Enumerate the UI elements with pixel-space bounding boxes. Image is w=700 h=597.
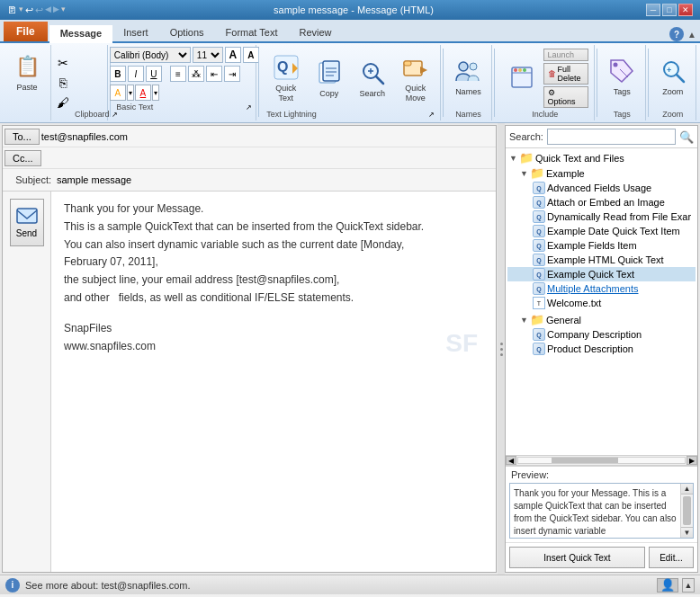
tree-item-example-date[interactable]: Q Example Date Quick Text Item xyxy=(507,224,696,238)
increase-indent-button[interactable]: ⇥ xyxy=(224,66,240,82)
italic-button[interactable]: I xyxy=(128,66,144,82)
full-delete-button[interactable]: 🗑 Full Delete xyxy=(543,63,589,85)
search-tl-button[interactable]: Search xyxy=(353,49,392,108)
preview-scroll-down[interactable]: ▼ xyxy=(681,527,693,538)
cut-button[interactable]: ✂ xyxy=(53,54,73,72)
close-button[interactable]: ✕ xyxy=(678,4,693,16)
person-icon-button[interactable]: 👤 xyxy=(657,578,678,593)
format-painter-button[interactable]: 🖌 xyxy=(53,94,73,111)
search-label: Search: xyxy=(509,131,543,142)
shrink-font-button[interactable]: A xyxy=(243,47,259,63)
insert-quick-text-button[interactable]: Insert Quick Text xyxy=(509,547,645,568)
clipboard-group: 📋 Paste ✂ ⎘ 🖌 Clipboard ↗ xyxy=(4,45,108,120)
preview-scroll-thumb xyxy=(683,496,691,525)
main-content: To... Cc... Subject: xyxy=(0,123,700,575)
svg-point-20 xyxy=(518,68,522,72)
zoom-button[interactable]: + Zoom xyxy=(653,47,693,106)
status-arrow-button[interactable]: ▲ xyxy=(682,578,695,593)
search-input[interactable] xyxy=(547,129,676,145)
names-button[interactable]: Names xyxy=(448,47,488,106)
tree-item-attach-image[interactable]: Q Attach or Embed an Image xyxy=(507,195,696,209)
tab-format-text[interactable]: Format Text xyxy=(215,23,289,41)
highlight-color-button[interactable]: A xyxy=(110,85,126,101)
send-label: Send xyxy=(16,228,37,238)
scroll-right-button[interactable]: ▶ xyxy=(687,456,697,465)
tree-item-welcome[interactable]: T Welcome.txt xyxy=(507,296,696,310)
collapse-ribbon-button[interactable]: ▲ xyxy=(687,30,696,40)
highlight-dropdown[interactable]: ▾ xyxy=(127,85,134,101)
cc-row: Cc... xyxy=(3,147,496,169)
qt-icon-4: Q xyxy=(533,225,545,237)
tree-general-folder[interactable]: ▼ 📁 General xyxy=(507,312,696,327)
svg-text:+: + xyxy=(667,66,671,75)
include-button[interactable] xyxy=(502,49,542,108)
tree-item-multiple-attach[interactable]: Q Multiple Attachments xyxy=(507,281,696,296)
basic-text-expander[interactable]: ↗ xyxy=(246,103,252,111)
launch-button[interactable]: Launch xyxy=(543,49,589,61)
tab-insert[interactable]: Insert xyxy=(112,23,159,41)
search-icon[interactable]: 🔍 xyxy=(679,130,694,144)
text-lightning-group: Q QuickText Copy xyxy=(261,45,441,120)
cc-input[interactable] xyxy=(43,153,496,164)
subject-input[interactable] xyxy=(57,174,496,185)
status-info-icon: i xyxy=(5,578,20,593)
tags-button[interactable]: Tags xyxy=(602,47,642,106)
preview-scroll-up[interactable]: ▲ xyxy=(681,484,693,495)
names-icon xyxy=(453,57,482,85)
font-name-select[interactable]: Calibri (Body) xyxy=(110,47,191,63)
tree-item-dynamic-read[interactable]: Q Dynamically Read from File Exar xyxy=(507,209,696,224)
copy-tl-button[interactable]: Copy xyxy=(310,49,349,108)
message-body[interactable]: Thank you for your Message. This is a sa… xyxy=(51,192,496,572)
tree-item-html-quick[interactable]: Q Example HTML Quick Text xyxy=(507,253,696,267)
tab-review[interactable]: Review xyxy=(288,23,342,41)
cc-button[interactable]: Cc... xyxy=(4,150,41,166)
tab-file[interactable]: File xyxy=(4,22,48,41)
scroll-thumb[interactable] xyxy=(552,458,618,463)
basic-text-group: Calibri (Body) 11 A A B I U ≡ ⁂ ⇤ ⇥ xyxy=(112,45,256,120)
maximize-button[interactable]: □ xyxy=(662,4,677,16)
to-button[interactable]: To... xyxy=(4,129,40,145)
help-button[interactable]: ? xyxy=(669,27,684,41)
body-area: Send Thank you for your Message. This is… xyxy=(3,192,496,572)
tab-message[interactable]: Message xyxy=(49,25,112,43)
tree-example-folder[interactable]: ▼ 📁 Example xyxy=(507,165,696,181)
grow-font-button[interactable]: A xyxy=(225,47,241,63)
quick-text-button[interactable]: Q QuickText xyxy=(266,49,306,108)
general-expand-icon: ▼ xyxy=(520,316,528,325)
item-attach-image-label: Attach or Embed an Image xyxy=(547,197,665,208)
bullets-button[interactable]: ≡ xyxy=(170,66,186,82)
root-expand-icon: ▼ xyxy=(509,154,517,163)
options-button[interactable]: ⚙ Options xyxy=(543,86,589,108)
item-html-quick-label: Example HTML Quick Text xyxy=(547,254,664,265)
scroll-left-button[interactable]: ◀ xyxy=(506,456,516,465)
quick-move-button[interactable]: QuickMove xyxy=(396,49,435,108)
quick-text-icon: Q xyxy=(272,53,301,82)
bold-button[interactable]: B xyxy=(110,66,126,82)
send-button[interactable]: Send xyxy=(10,199,44,246)
decrease-indent-button[interactable]: ⇤ xyxy=(206,66,222,82)
text-color-dropdown[interactable]: ▾ xyxy=(152,85,159,101)
tab-options[interactable]: Options xyxy=(159,23,215,41)
tree-item-company[interactable]: Q Company Description xyxy=(507,327,696,342)
edit-button[interactable]: Edit... xyxy=(649,547,694,568)
quick-move-label: QuickMove xyxy=(405,84,426,103)
preview-scrollbar[interactable]: ▲ ▼ xyxy=(680,484,693,538)
paste-button[interactable]: 📋 Paste xyxy=(7,45,47,99)
vertical-separator xyxy=(498,123,505,575)
copy-tl-label: Copy xyxy=(319,89,338,99)
to-input[interactable] xyxy=(41,131,496,142)
text-color-button[interactable]: A xyxy=(135,85,151,101)
tree-item-fields-item[interactable]: Q Example Fields Item xyxy=(507,238,696,253)
underline-button[interactable]: U xyxy=(146,66,162,82)
numbering-button[interactable]: ⁂ xyxy=(188,66,204,82)
tree-item-advanced-fields[interactable]: Q Advanced Fields Usage xyxy=(507,181,696,195)
tree-scrollbar[interactable]: ◀ ▶ xyxy=(506,455,697,466)
minimize-button[interactable]: ─ xyxy=(646,4,660,16)
tree-item-product[interactable]: Q Product Description xyxy=(507,342,696,356)
tree-item-example-qt[interactable]: Q Example Quick Text xyxy=(507,267,696,281)
font-size-select[interactable]: 11 xyxy=(193,47,223,63)
text-lightning-expander[interactable]: ↗ xyxy=(428,111,435,119)
tree-root[interactable]: ▼ 📁 Quick Text and Files xyxy=(507,150,696,165)
copy-button[interactable]: ⎘ xyxy=(53,74,73,92)
full-delete-icon: 🗑 xyxy=(548,69,556,78)
